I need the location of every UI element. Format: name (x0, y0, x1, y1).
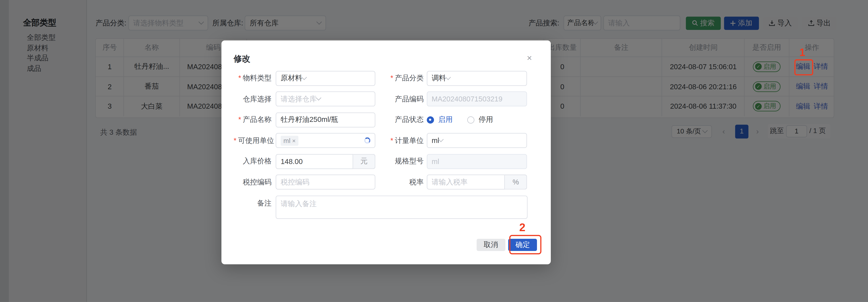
chevron-down-icon (438, 137, 444, 142)
tag-close-icon[interactable]: × (292, 137, 296, 144)
form-row: 税控编码 税率 % (221, 174, 551, 189)
product-name-input[interactable] (276, 112, 375, 127)
product-category-select-modal[interactable]: 调料 (427, 71, 527, 86)
measure-unit-label: 计量单位 (375, 136, 424, 145)
tax-rate-group: % (427, 174, 527, 189)
tax-rate-label: 税率 (375, 177, 424, 187)
modal-header: 修改 × (221, 40, 551, 64)
inbound-price-input[interactable] (276, 154, 353, 169)
form-row: 物料类型 原材料 产品分类 调料 (221, 71, 551, 86)
radio-enabled-label[interactable]: 启用 (438, 115, 453, 125)
radio-enabled[interactable] (427, 116, 434, 123)
product-status-label: 产品状态 (375, 115, 424, 125)
product-code-input (427, 91, 527, 106)
edit-product-modal: 修改 × 物料类型 原材料 产品分类 调料 仓库选择 请选择仓库 (221, 40, 551, 265)
spec-model-label: 规格型号 (375, 156, 424, 166)
material-type-value: 原材料 (281, 73, 302, 83)
spec-model-input (427, 154, 527, 169)
chevron-down-icon (445, 74, 451, 80)
percent-addon: % (505, 174, 527, 189)
measure-unit-value: ml (432, 136, 439, 145)
remark-label: 备注 (234, 195, 272, 210)
radio-disabled[interactable] (467, 116, 474, 123)
loading-spinner-icon (364, 138, 370, 144)
material-type-select[interactable]: 原材料 (276, 71, 375, 86)
annotation-box-confirm-button (509, 235, 541, 254)
inbound-price-group: 元 (276, 154, 375, 169)
unit-tag: ml× (281, 136, 299, 145)
usable-units-input[interactable]: ml× (276, 133, 375, 148)
form-row: 产品名称 产品状态 启用 停用 (221, 112, 551, 127)
product-status-radios: 启用 停用 (427, 112, 527, 127)
price-unit-addon: 元 (353, 154, 375, 169)
warehouse-choose-select[interactable]: 请选择仓库 (276, 91, 375, 106)
remark-textarea[interactable] (276, 195, 527, 219)
product-code-label: 产品编码 (375, 94, 424, 104)
tax-code-label: 税控编码 (234, 177, 272, 187)
annotation-step-1: 1 (799, 47, 805, 59)
form-row: 可使用单位 ml× 计量单位 ml (221, 133, 551, 148)
material-type-label: 物料类型 (234, 73, 272, 83)
annotation-step-2: 2 (519, 221, 525, 234)
chevron-down-icon (302, 74, 307, 80)
unit-tag-label: ml (283, 137, 290, 145)
modal-title: 修改 (234, 54, 250, 64)
product-category-value: 调料 (432, 73, 446, 83)
cancel-button[interactable]: 取消 (476, 239, 505, 251)
close-icon[interactable]: × (527, 54, 532, 64)
form-row-remark: 备注 (221, 195, 551, 219)
warehouse-choose-placeholder: 请选择仓库 (281, 94, 317, 104)
product-category-label: 产品分类 (375, 73, 424, 83)
product-name-label: 产品名称 (234, 115, 272, 125)
usable-units-label: 可使用单位 (234, 136, 272, 145)
form-row: 仓库选择 请选择仓库 产品编码 (221, 91, 551, 106)
form-row: 入库价格 元 规格型号 (221, 154, 551, 169)
chevron-down-icon (316, 95, 321, 101)
annotation-box-edit-link (794, 59, 813, 75)
tax-code-input[interactable] (276, 174, 375, 189)
radio-disabled-label[interactable]: 停用 (478, 115, 493, 125)
edit-product-form: 物料类型 原材料 产品分类 调料 仓库选择 请选择仓库 产品编码 (221, 71, 551, 219)
tax-rate-input[interactable] (427, 174, 505, 189)
warehouse-choose-label: 仓库选择 (234, 94, 272, 104)
inbound-price-label: 入库价格 (234, 156, 272, 166)
measure-unit-select[interactable]: ml (427, 133, 527, 148)
app-viewport: 全部类型 全部类型 原材料 半成品 成品 产品分类: 请选择物料类型 所属仓库:… (0, 0, 868, 302)
